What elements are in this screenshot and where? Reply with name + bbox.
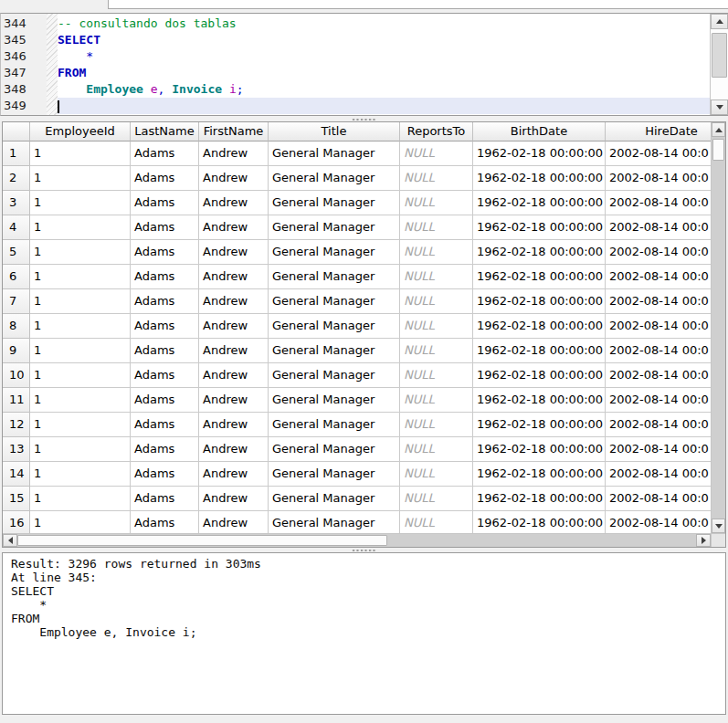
grid-cell[interactable]: Andrew	[199, 141, 269, 166]
grid-cell[interactable]: NULL	[400, 166, 473, 191]
grid-cell[interactable]: Andrew	[199, 240, 269, 265]
grid-cell[interactable]: Adams	[131, 388, 199, 413]
grid-cell[interactable]: 1	[30, 487, 131, 511]
grid-cell[interactable]: 2002-08-14 00:0	[606, 141, 711, 166]
editor-vscroll-track[interactable]	[711, 29, 728, 100]
grid-cell[interactable]: General Manager	[269, 511, 400, 533]
grid-cell[interactable]: Andrew	[199, 363, 269, 388]
query-log-panel[interactable]: Result: 3296 rows returned in 303msAt li…	[2, 552, 726, 715]
grid-cell[interactable]: 1	[30, 215, 131, 240]
grid-cell[interactable]: Adams	[131, 363, 199, 388]
grid-cell[interactable]: 2002-08-14 00:0	[606, 289, 711, 314]
grid-cell[interactable]: NULL	[400, 413, 473, 437]
row-header[interactable]: 11	[3, 388, 30, 413]
grid-cell[interactable]: 2002-08-14 00:0	[606, 240, 711, 265]
grid-cell[interactable]: Andrew	[199, 166, 269, 191]
grid-cell[interactable]: Adams	[131, 191, 199, 215]
grid-cell[interactable]: 2002-08-14 00:0	[606, 314, 711, 339]
grid-cell[interactable]: 1962-02-18 00:00:00	[473, 141, 606, 166]
grid-cell[interactable]: General Manager	[269, 413, 400, 437]
grid-cell[interactable]: 1962-02-18 00:00:00	[473, 265, 606, 289]
grid-cell[interactable]: 1962-02-18 00:00:00	[473, 240, 606, 265]
row-header[interactable]: 5	[3, 240, 30, 265]
grid-cell[interactable]: 2002-08-14 00:0	[606, 166, 711, 191]
grid-cell[interactable]: 1962-02-18 00:00:00	[473, 166, 606, 191]
grid-cell[interactable]: Adams	[131, 166, 199, 191]
grid-cell[interactable]: Andrew	[199, 437, 269, 462]
grid-cell[interactable]: 1962-02-18 00:00:00	[473, 289, 606, 314]
grid-cell[interactable]: Adams	[131, 487, 199, 511]
column-header-title[interactable]: Title	[269, 122, 400, 141]
column-header-employeeid[interactable]: EmployeeId	[30, 122, 131, 141]
column-header-firstname[interactable]: FirstName	[199, 122, 269, 141]
grid-hscroll-track[interactable]	[17, 534, 696, 547]
grid-cell[interactable]: Adams	[131, 215, 199, 240]
row-header[interactable]: 14	[3, 462, 30, 487]
grid-cell[interactable]: 1	[30, 240, 131, 265]
grid-scroll-up-button[interactable]	[712, 122, 725, 137]
grid-cell[interactable]: General Manager	[269, 487, 400, 511]
code-line[interactable]	[58, 98, 710, 114]
grid-cell[interactable]: Adams	[131, 339, 199, 363]
grid-cell[interactable]: Andrew	[199, 191, 269, 215]
editor-vscroll-thumb[interactable]	[712, 33, 727, 78]
scroll-up-button[interactable]	[711, 14, 728, 29]
grid-cell[interactable]: 1	[30, 339, 131, 363]
grid-vscroll-thumb[interactable]	[712, 139, 724, 161]
grid-cell[interactable]: NULL	[400, 191, 473, 215]
grid-cell[interactable]: 1962-02-18 00:00:00	[473, 487, 606, 511]
grid-cell[interactable]: 1962-02-18 00:00:00	[473, 388, 606, 413]
grid-cell[interactable]: Andrew	[199, 314, 269, 339]
grid-cell[interactable]: 1	[30, 166, 131, 191]
grid-cell[interactable]: 1962-02-18 00:00:00	[473, 215, 606, 240]
grid-cell[interactable]: Adams	[131, 437, 199, 462]
column-header-birthdate[interactable]: BirthDate	[473, 122, 606, 141]
grid-cell[interactable]: NULL	[400, 487, 473, 511]
grid-cell[interactable]: 2002-08-14 00:0	[606, 413, 711, 437]
row-header[interactable]: 16	[3, 511, 30, 533]
grid-cell[interactable]: Andrew	[199, 289, 269, 314]
grid-hscroll-thumb[interactable]	[17, 535, 387, 546]
code-line[interactable]: Employee e, Invoice i;	[58, 81, 710, 98]
sql-code-area[interactable]: -- consultando dos tablasSELECT *FROM Em…	[58, 14, 710, 115]
row-header[interactable]: 10	[3, 363, 30, 388]
grid-cell[interactable]: NULL	[400, 437, 473, 462]
grid-cell[interactable]: General Manager	[269, 339, 400, 363]
row-header[interactable]: 12	[3, 413, 30, 437]
row-header[interactable]: 6	[3, 265, 30, 289]
code-line[interactable]: *	[58, 48, 710, 65]
grid-hscrollbar[interactable]	[3, 533, 711, 547]
grid-cell[interactable]: NULL	[400, 388, 473, 413]
grid-cell[interactable]: Adams	[131, 289, 199, 314]
grid-cell[interactable]: 1	[30, 289, 131, 314]
grid-cell[interactable]: General Manager	[269, 265, 400, 289]
toolbar-field-partial[interactable]	[108, 0, 728, 9]
grid-cell[interactable]: 1962-02-18 00:00:00	[473, 413, 606, 437]
row-header[interactable]: 13	[3, 437, 30, 462]
grid-cell[interactable]: Adams	[131, 314, 199, 339]
grid-cell[interactable]: General Manager	[269, 191, 400, 215]
grid-cell[interactable]: General Manager	[269, 215, 400, 240]
row-header[interactable]: 9	[3, 339, 30, 363]
grid-cell[interactable]: NULL	[400, 215, 473, 240]
grid-cell[interactable]: Adams	[131, 240, 199, 265]
grid-cell[interactable]: NULL	[400, 339, 473, 363]
code-line[interactable]: -- consultando dos tablas	[58, 16, 710, 32]
grid-scroll-left-button[interactable]	[3, 534, 17, 547]
grid-cell[interactable]: NULL	[400, 314, 473, 339]
grid-cell[interactable]: 1	[30, 388, 131, 413]
grid-cell[interactable]: General Manager	[269, 437, 400, 462]
grid-vscroll-track[interactable]	[712, 137, 725, 519]
grid-cell[interactable]: Andrew	[199, 462, 269, 487]
grid-cell[interactable]: 1962-02-18 00:00:00	[473, 363, 606, 388]
grid-cell[interactable]: General Manager	[269, 363, 400, 388]
grid-cell[interactable]: Andrew	[199, 487, 269, 511]
grid-cell[interactable]: NULL	[400, 141, 473, 166]
column-header-reportsto[interactable]: ReportsTo	[400, 122, 473, 141]
grid-cell[interactable]: 2002-08-14 00:0	[606, 363, 711, 388]
grid-cell[interactable]: General Manager	[269, 240, 400, 265]
grid-cell[interactable]: 1	[30, 314, 131, 339]
row-header[interactable]: 15	[3, 487, 30, 511]
grid-cell[interactable]: 1962-02-18 00:00:00	[473, 191, 606, 215]
results-grid[interactable]: EmployeeIdLastNameFirstNameTitleReportsT…	[2, 121, 726, 548]
